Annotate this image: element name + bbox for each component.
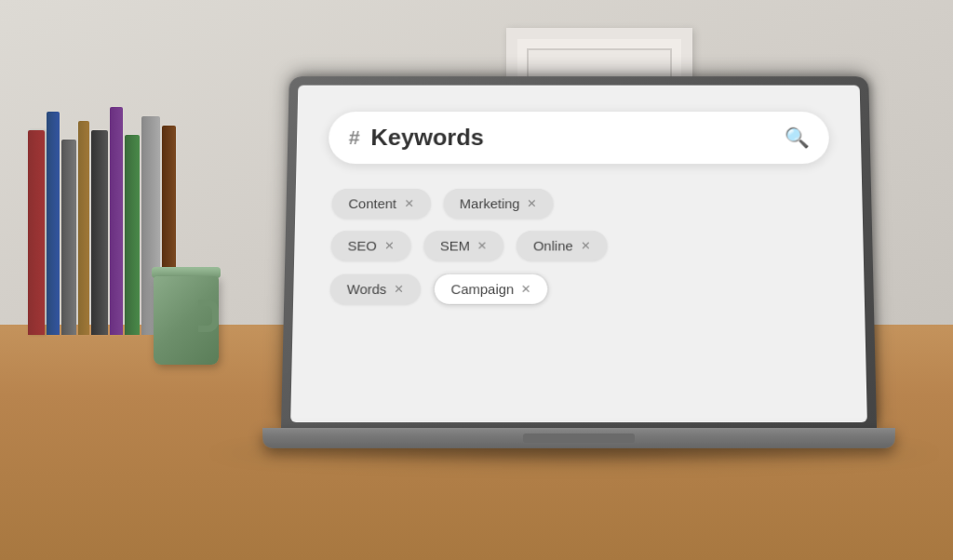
tag-marketing-label: Marketing — [460, 196, 520, 211]
tag-online[interactable]: Online ✕ — [517, 231, 607, 260]
tag-campaign[interactable]: Campaign ✕ — [434, 273, 549, 305]
tag-words-label: Words — [347, 281, 387, 297]
tag-content-label: Content — [348, 196, 396, 211]
search-input-text: Keywords — [370, 124, 785, 151]
laptop-screen: # Keywords 🔍 Content ✕ Marketing ✕ — [290, 86, 867, 422]
tag-online-label: Online — [533, 238, 573, 253]
hash-icon: # — [349, 127, 360, 150]
book-4 — [78, 121, 89, 335]
book-2 — [47, 112, 60, 335]
tag-words-remove[interactable]: ✕ — [394, 282, 404, 296]
tag-content[interactable]: Content ✕ — [331, 189, 430, 219]
book-7 — [125, 135, 140, 335]
tag-sem-label: SEM — [440, 238, 470, 253]
laptop-lid: # Keywords 🔍 Content ✕ Marketing ✕ — [281, 76, 877, 428]
tags-row-1: Content ✕ Marketing ✕ — [331, 189, 830, 219]
laptop: # Keywords 🔍 Content ✕ Marketing ✕ — [214, 65, 944, 448]
book-3 — [61, 140, 76, 335]
tag-campaign-label: Campaign — [451, 281, 515, 297]
tag-seo-label: SEO — [347, 238, 377, 253]
tag-marketing-remove[interactable]: ✕ — [527, 197, 537, 210]
tag-campaign-remove[interactable]: ✕ — [521, 282, 531, 296]
mug-body — [154, 276, 219, 365]
tag-seo[interactable]: SEO ✕ — [331, 231, 411, 260]
book-6 — [110, 107, 123, 335]
tags-row-2: SEO ✕ SEM ✕ Online ✕ — [331, 231, 832, 260]
laptop-trackpad — [523, 433, 635, 443]
book-1 — [28, 130, 45, 335]
tag-sem[interactable]: SEM ✕ — [423, 231, 504, 260]
tags-row-3: Words ✕ Campaign ✕ — [330, 273, 833, 305]
tag-seo-remove[interactable]: ✕ — [384, 239, 395, 253]
tag-words[interactable]: Words ✕ — [330, 274, 422, 304]
search-bar[interactable]: # Keywords 🔍 — [329, 112, 830, 164]
tag-sem-remove[interactable]: ✕ — [477, 239, 488, 253]
tag-marketing[interactable]: Marketing ✕ — [443, 189, 554, 219]
book-5 — [91, 130, 108, 335]
search-icon[interactable]: 🔍 — [785, 127, 810, 150]
laptop-base — [262, 428, 895, 448]
tag-content-remove[interactable]: ✕ — [404, 197, 414, 210]
tag-online-remove[interactable]: ✕ — [581, 239, 591, 253]
tags-area: Content ✕ Marketing ✕ SEO ✕ SEM — [326, 189, 833, 305]
